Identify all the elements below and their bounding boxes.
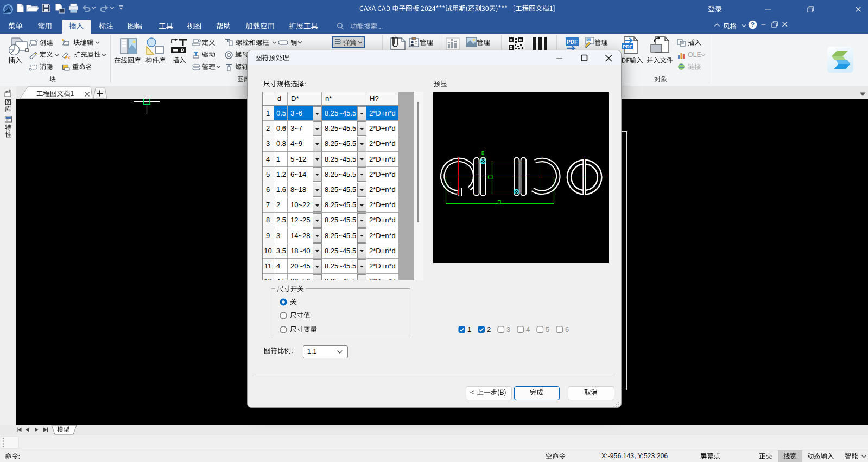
svg-text:PDF: PDF	[586, 39, 591, 41]
svg-text:PDF: PDF	[623, 44, 633, 49]
svg-text:EX: EX	[65, 55, 71, 59]
svg-text:?: ?	[751, 21, 755, 29]
svg-text:PDF: PDF	[567, 39, 578, 45]
